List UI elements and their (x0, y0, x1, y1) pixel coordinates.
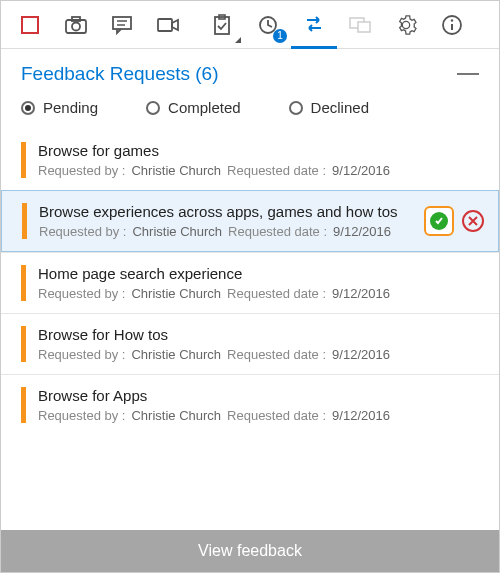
radio-icon (146, 101, 160, 115)
row-meta: Requested by : Christie Church Requested… (38, 286, 485, 301)
row-meta: Requested by : Christie Church Requested… (38, 347, 485, 362)
video-icon[interactable] (145, 1, 191, 49)
requested-date-label: Requested date : (227, 347, 326, 362)
feedback-row[interactable]: Browse experiences across apps, games an… (1, 190, 499, 252)
stop-icon[interactable] (7, 1, 53, 49)
accent-stripe (21, 142, 26, 178)
accept-button[interactable] (424, 206, 454, 236)
clipboard-icon[interactable] (199, 1, 245, 49)
requested-by-value: Christie Church (131, 347, 221, 362)
requested-by-value: Christie Church (131, 163, 221, 178)
row-title: Browse for games (38, 142, 485, 159)
requested-date-value: 9/12/2016 (332, 286, 390, 301)
requested-by-label: Requested by : (38, 408, 125, 423)
accent-stripe (21, 265, 26, 301)
row-body: Browse for Apps Requested by : Christie … (38, 387, 485, 423)
feedback-list: Browse for games Requested by : Christie… (1, 130, 499, 530)
row-actions (424, 206, 484, 236)
radio-icon (289, 101, 303, 115)
panel-header: Feedback Requests (6) (1, 49, 499, 93)
accent-stripe (21, 326, 26, 362)
requested-date-value: 9/12/2016 (332, 163, 390, 178)
requested-by-label: Requested by : (38, 347, 125, 362)
requested-by-label: Requested by : (38, 286, 125, 301)
filter-group: Pending Completed Declined (1, 93, 499, 130)
filter-label: Completed (168, 99, 241, 116)
row-meta: Requested by : Christie Church Requested… (38, 408, 485, 423)
row-body: Home page search experience Requested by… (38, 265, 485, 301)
filter-pending[interactable]: Pending (21, 99, 98, 116)
svg-rect-7 (158, 19, 172, 31)
view-feedback-button[interactable]: View feedback (1, 530, 499, 572)
requested-date-value: 9/12/2016 (332, 347, 390, 362)
requested-date-label: Requested date : (228, 224, 327, 239)
requested-by-value: Christie Church (131, 408, 221, 423)
accent-stripe (22, 203, 27, 239)
collapse-icon[interactable] (457, 73, 479, 75)
requested-date-label: Requested date : (227, 408, 326, 423)
row-title: Browse experiences across apps, games an… (39, 203, 412, 220)
requested-by-value: Christie Church (131, 286, 221, 301)
svg-rect-0 (22, 17, 38, 33)
comment-icon[interactable] (99, 1, 145, 49)
feedback-row[interactable]: Browse for Apps Requested by : Christie … (1, 374, 499, 435)
row-title: Browse for How tos (38, 326, 485, 343)
feedback-row[interactable]: Browse for games Requested by : Christie… (1, 130, 499, 190)
panel-title: Feedback Requests (6) (21, 63, 219, 85)
row-title: Home page search experience (38, 265, 485, 282)
requested-by-value: Christie Church (132, 224, 222, 239)
gear-icon[interactable] (383, 1, 429, 49)
filter-declined[interactable]: Declined (289, 99, 369, 116)
row-body: Browse experiences across apps, games an… (39, 203, 412, 239)
row-title: Browse for Apps (38, 387, 485, 404)
camera-icon[interactable] (53, 1, 99, 49)
row-meta: Requested by : Christie Church Requested… (39, 224, 412, 239)
sync-icon[interactable] (291, 1, 337, 49)
requested-date-value: 9/12/2016 (332, 408, 390, 423)
svg-rect-2 (72, 17, 80, 21)
requested-date-label: Requested date : (227, 286, 326, 301)
check-icon (430, 212, 448, 230)
dropdown-indicator-icon (235, 37, 241, 43)
svg-point-14 (451, 19, 453, 21)
row-body: Browse for How tos Requested by : Christ… (38, 326, 485, 362)
accent-stripe (21, 387, 26, 423)
requested-by-label: Requested by : (39, 224, 126, 239)
filter-label: Declined (311, 99, 369, 116)
filter-completed[interactable]: Completed (146, 99, 241, 116)
svg-rect-12 (358, 22, 370, 32)
info-icon[interactable] (429, 1, 475, 49)
svg-point-3 (72, 23, 80, 31)
row-body: Browse for games Requested by : Christie… (38, 142, 485, 178)
badge-count: 1 (273, 29, 287, 43)
feedback-row[interactable]: Browse for How tos Requested by : Christ… (1, 313, 499, 374)
toolbar: 1 (1, 1, 499, 49)
requested-by-label: Requested by : (38, 163, 125, 178)
radio-icon (21, 101, 35, 115)
filter-label: Pending (43, 99, 98, 116)
feedback-row[interactable]: Home page search experience Requested by… (1, 252, 499, 313)
screens-icon[interactable] (337, 1, 383, 49)
requested-date-label: Requested date : (227, 163, 326, 178)
requested-date-value: 9/12/2016 (333, 224, 391, 239)
row-meta: Requested by : Christie Church Requested… (38, 163, 485, 178)
svg-rect-4 (113, 17, 131, 29)
decline-button[interactable] (462, 210, 484, 232)
history-icon[interactable]: 1 (245, 1, 291, 49)
